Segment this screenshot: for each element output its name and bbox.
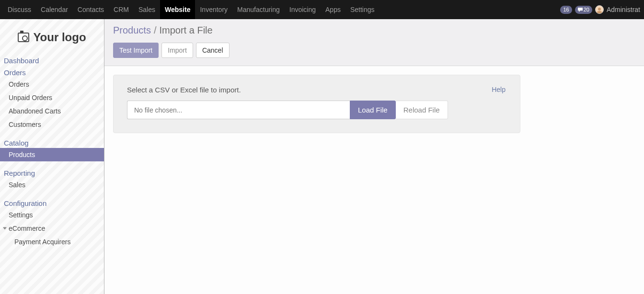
chat-badge[interactable]: 16 bbox=[560, 6, 572, 14]
logo[interactable]: Your logo bbox=[0, 19, 104, 54]
test-import-button[interactable]: Test Import bbox=[113, 43, 159, 58]
navbar-right: 16 20 Administrat bbox=[560, 5, 641, 14]
sidebar-item-customers[interactable]: Customers bbox=[0, 118, 104, 131]
sidebar-item-abandoned-carts[interactable]: Abandoned Carts bbox=[0, 104, 104, 118]
nav-contacts[interactable]: Contacts bbox=[73, 0, 109, 19]
cancel-button[interactable]: Cancel bbox=[196, 43, 230, 58]
nav-sales[interactable]: Sales bbox=[134, 0, 160, 19]
sidebar-item-products[interactable]: Products bbox=[0, 148, 104, 161]
main-content: Products / Import a File Test Import Imp… bbox=[104, 19, 644, 294]
navbar-left: Discuss Calendar Contacts CRM Sales Webs… bbox=[3, 0, 380, 19]
top-navbar: Discuss Calendar Contacts CRM Sales Webs… bbox=[0, 0, 644, 19]
comment-icon bbox=[578, 8, 583, 12]
sidebar-orders-header[interactable]: Orders bbox=[0, 66, 104, 78]
breadcrumb-current: Import a File bbox=[160, 25, 213, 36]
sidebar-item-label: eCommerce bbox=[9, 225, 45, 232]
sidebar-item-settings[interactable]: Settings bbox=[0, 208, 104, 222]
nav-website[interactable]: Website bbox=[160, 0, 195, 19]
sidebar-catalog-header[interactable]: Catalog bbox=[0, 136, 104, 148]
load-file-button[interactable]: Load File bbox=[350, 101, 396, 119]
avatar[interactable] bbox=[595, 5, 604, 14]
sidebar-item-payment-acquirers[interactable]: Payment Acquirers bbox=[0, 235, 104, 249]
nav-inventory[interactable]: Inventory bbox=[195, 0, 232, 19]
sidebar-reporting-header[interactable]: Reporting bbox=[0, 166, 104, 178]
sidebar-item-sales[interactable]: Sales bbox=[0, 178, 104, 192]
import-button[interactable]: Import bbox=[161, 43, 193, 58]
import-panel: Select a CSV or Excel file to import. He… bbox=[113, 75, 520, 133]
nav-settings[interactable]: Settings bbox=[345, 0, 380, 19]
nav-apps[interactable]: Apps bbox=[321, 0, 345, 19]
nav-manufacturing[interactable]: Manufacturing bbox=[232, 0, 285, 19]
messages-count: 20 bbox=[584, 7, 589, 12]
nav-invoicing[interactable]: Invoicing bbox=[285, 0, 321, 19]
import-instruction: Select a CSV or Excel file to import. bbox=[127, 86, 506, 94]
sidebar: Your logo Dashboard Orders Orders Unpaid… bbox=[0, 19, 104, 294]
file-input[interactable] bbox=[127, 101, 350, 119]
breadcrumb-separator: / bbox=[154, 25, 157, 36]
sidebar-item-ecommerce[interactable]: eCommerce bbox=[0, 222, 104, 235]
sidebar-item-unpaid-orders[interactable]: Unpaid Orders bbox=[0, 91, 104, 104]
nav-discuss[interactable]: Discuss bbox=[3, 0, 36, 19]
control-buttons: Test Import Import Cancel bbox=[113, 43, 635, 58]
sidebar-configuration-header[interactable]: Configuration bbox=[0, 196, 104, 208]
sidebar-dashboard[interactable]: Dashboard bbox=[0, 54, 104, 66]
file-row: Load File Reload File bbox=[127, 101, 506, 119]
camera-icon bbox=[18, 33, 29, 42]
sidebar-item-orders[interactable]: Orders bbox=[0, 78, 104, 91]
logo-text: Your logo bbox=[33, 31, 86, 44]
reload-file-button[interactable]: Reload File bbox=[396, 101, 448, 119]
breadcrumb-products[interactable]: Products bbox=[113, 25, 151, 36]
nav-crm[interactable]: CRM bbox=[109, 0, 134, 19]
nav-calendar[interactable]: Calendar bbox=[36, 0, 73, 19]
control-panel: Products / Import a File Test Import Imp… bbox=[104, 19, 644, 66]
help-link[interactable]: Help bbox=[492, 86, 506, 93]
user-menu[interactable]: Administrat bbox=[607, 6, 640, 13]
messages-badge[interactable]: 20 bbox=[575, 6, 592, 14]
chevron-down-icon bbox=[3, 227, 7, 230]
breadcrumb: Products / Import a File bbox=[113, 25, 635, 36]
